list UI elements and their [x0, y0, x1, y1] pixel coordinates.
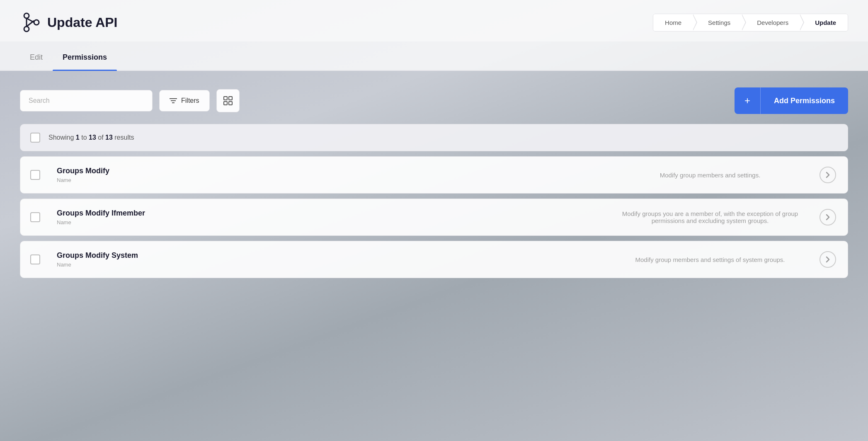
perm-arrow-2 [818, 251, 838, 268]
header: Update API Home Settings Developers Upda… [0, 0, 868, 41]
add-permissions-label: Add Permissions [761, 89, 848, 113]
perm-detail-button-2[interactable] [820, 251, 836, 268]
permission-row-groups-modify-system: Groups Modify System Name Modify group m… [20, 241, 848, 278]
svg-point-2 [34, 20, 39, 25]
select-all-checkbox[interactable] [30, 133, 40, 143]
breadcrumb-settings[interactable]: Settings [693, 14, 742, 31]
breadcrumb-home[interactable]: Home [653, 14, 693, 31]
svg-line-5 [27, 18, 34, 22]
add-permissions-plus-icon: + [735, 87, 761, 114]
results-from: 1 [76, 134, 80, 141]
permission-row-groups-modify-ifmember: Groups Modify Ifmember Name Modify group… [20, 199, 848, 236]
tab-permissions[interactable]: Permissions [53, 41, 117, 70]
permission-row-groups-modify: Groups Modify Name Modify group members … [20, 156, 848, 194]
results-to-label: to [81, 134, 89, 141]
svg-rect-12 [229, 102, 232, 105]
results-to: 13 [89, 134, 96, 141]
tabs-bar: Edit Permissions [0, 41, 868, 71]
filters-button[interactable]: Filters [159, 90, 210, 111]
perm-arrow-0 [818, 167, 838, 183]
breadcrumb-developers[interactable]: Developers [742, 14, 800, 31]
chevron-right-icon-2 [826, 256, 830, 263]
perm-name-1: Groups Modify Ifmember [57, 209, 594, 218]
svg-rect-11 [224, 102, 227, 105]
perm-detail-button-1[interactable] [820, 209, 836, 225]
checkbox-area-1 [30, 212, 48, 222]
perm-detail-button-0[interactable] [820, 167, 836, 183]
perm-type-2: Name [57, 262, 594, 268]
perm-arrow-1 [818, 209, 838, 225]
permission-checkbox-0[interactable] [30, 170, 40, 180]
page-title: Update API [47, 15, 118, 30]
logo-area: Update API [20, 12, 118, 33]
breadcrumb: Home Settings Developers Update [653, 14, 848, 32]
perm-name-2: Groups Modify System [57, 251, 594, 260]
grid-view-button[interactable] [216, 89, 240, 112]
results-total: 13 [105, 134, 113, 141]
toolbar: Filters + Add Permissions [20, 87, 848, 114]
checkbox-area-2 [30, 254, 48, 264]
perm-info-2: Groups Modify System Name [48, 251, 602, 268]
perm-type-0: Name [57, 177, 594, 183]
git-icon [20, 12, 41, 33]
perm-info-0: Groups Modify Name [48, 167, 602, 183]
chevron-right-icon-1 [826, 214, 830, 220]
perm-name-0: Groups Modify [57, 167, 594, 175]
results-text: Showing 1 to 13 of 13 results [48, 134, 134, 141]
breadcrumb-update[interactable]: Update [800, 14, 848, 31]
filters-label: Filters [181, 97, 199, 104]
svg-rect-10 [229, 97, 232, 100]
add-permissions-button[interactable]: + Add Permissions [735, 87, 848, 114]
checkbox-area-0 [30, 170, 48, 180]
perm-description-1: Modify groups you are a member of, with … [602, 210, 818, 224]
svg-rect-9 [224, 97, 227, 100]
svg-point-0 [24, 13, 29, 18]
perm-type-1: Name [57, 219, 594, 225]
main-content: Filters + Add Permissions Showing 1 [20, 71, 848, 300]
grid-icon [223, 96, 233, 105]
results-row: Showing 1 to 13 of 13 results [20, 124, 848, 151]
perm-info-1: Groups Modify Ifmember Name [48, 209, 602, 225]
search-wrapper [20, 90, 153, 111]
perm-description-0: Modify group members and settings. [602, 172, 818, 179]
filter-icon [170, 98, 177, 104]
permission-checkbox-2[interactable] [30, 254, 40, 264]
permission-checkbox-1[interactable] [30, 212, 40, 222]
results-of-label: of [98, 134, 105, 141]
perm-description-2: Modify group members and settings of sys… [602, 256, 818, 263]
tab-edit[interactable]: Edit [20, 41, 53, 70]
results-suffix: results [114, 134, 134, 141]
search-input[interactable] [20, 90, 153, 111]
chevron-right-icon-0 [826, 172, 830, 178]
svg-point-1 [24, 27, 29, 32]
